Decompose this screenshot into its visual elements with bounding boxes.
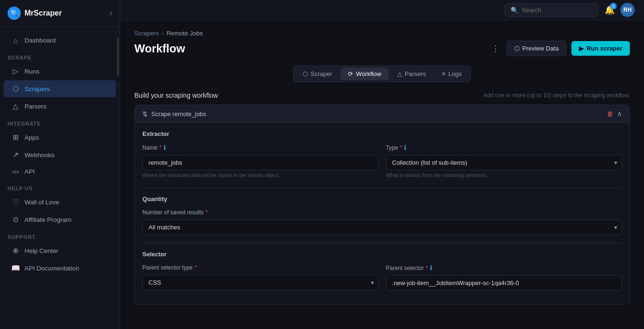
selector-section: Selector Parent selector type * CSSXPath… <box>142 251 622 291</box>
breadcrumb: Scrapers › Remote Jobs <box>134 30 630 37</box>
build-workflow-label: Build your scraping workflow <box>134 92 218 99</box>
notification-button[interactable]: 🔔 0 <box>604 5 615 15</box>
sidebar-item-parsers[interactable]: △ Parsers <box>4 98 116 115</box>
page-title: Workflow <box>134 42 185 55</box>
search-box[interactable]: 🔍 <box>504 3 599 17</box>
quantity-select[interactable]: All matchesFirst matchLast matchCustom <box>142 219 622 235</box>
sidebar-item-affiliate[interactable]: ⊙ Affiliate Program <box>4 211 116 228</box>
notification-badge: 0 <box>610 3 617 9</box>
sidebar-item-help-center[interactable]: ⊕ Help Center <box>4 242 116 259</box>
type-field-group: Type * ℹ Collection (list of sub-items)T… <box>386 144 622 178</box>
sidebar-item-label: Dashboard <box>25 37 56 44</box>
header-actions: ⋮ ⬡ Preview Data ▶ Run scraper <box>489 41 630 56</box>
user-avatar-button[interactable]: RH <box>620 3 635 17</box>
more-options-button[interactable]: ⋮ <box>489 42 502 56</box>
apps-icon: ⊞ <box>11 133 20 142</box>
heart-icon: ♡ <box>11 198 20 206</box>
tabs-bar: ⬡ Scraper ⟳ Workflow △ Parsers ≡ Logs <box>134 66 630 82</box>
selector-title: Selector <box>142 251 622 258</box>
sidebar-item-wall-of-love[interactable]: ♡ Wall of Love <box>4 194 116 211</box>
scrape-title-text: Scrape remote_jobs <box>151 110 206 118</box>
search-input[interactable] <box>522 7 593 14</box>
sidebar-item-api-docs[interactable]: 📖 API Documentation <box>4 260 116 277</box>
parent-type-select[interactable]: CSSXPath <box>142 275 379 290</box>
sidebar-item-runs[interactable]: ▷ Runs <box>4 63 116 80</box>
search-icon: 🔍 <box>511 7 518 14</box>
sidebar-item-api[interactable]: </> API <box>4 164 116 179</box>
sidebar-item-label: API <box>25 168 35 175</box>
sidebar-item-label: Webhooks <box>25 152 55 159</box>
sidebar-item-dashboard[interactable]: ⌂ Dashboard <box>4 32 116 49</box>
name-info-icon[interactable]: ℹ <box>164 144 166 151</box>
parent-selector-required: * <box>426 265 428 271</box>
extractor-section: Extractor Name * ℹ Where the extracted d… <box>142 130 622 178</box>
sidebar-item-label: Wall of Love <box>25 199 59 206</box>
tabs-container: ⬡ Scraper ⟳ Workflow △ Parsers ≡ Logs <box>293 66 471 82</box>
parsers-tab-icon: △ <box>397 70 402 77</box>
quantity-select-wrapper: All matchesFirst matchLast matchCustom ▾ <box>142 219 622 235</box>
tab-workflow-label: Workflow <box>356 70 381 77</box>
affiliate-icon: ⊙ <box>11 215 20 224</box>
sort-icon: ⇅ <box>142 110 148 118</box>
name-field-group: Name * ℹ Where the extracted data will b… <box>142 144 379 178</box>
sidebar-item-label: Parsers <box>25 103 47 110</box>
sidebar-collapse-button[interactable]: ‹ <box>110 9 112 17</box>
type-select-wrapper: Collection (list of sub-items)TextHTMLAt… <box>386 155 622 170</box>
name-input[interactable] <box>142 155 379 170</box>
type-info-icon[interactable]: ℹ <box>404 144 406 151</box>
sidebar-item-label: Scrapers <box>25 85 50 93</box>
scrollbar-thumb <box>117 38 119 76</box>
sidebar-item-apps[interactable]: ⊞ Apps <box>4 129 116 146</box>
workflow-section: Build your scraping workflow Add one or … <box>134 92 630 304</box>
extractor-row: Name * ℹ Where the extracted data will b… <box>142 144 622 178</box>
tab-workflow[interactable]: ⟳ Workflow <box>340 67 388 80</box>
sidebar-item-scrapers[interactable]: ⬡ Scrapers <box>4 80 116 97</box>
delete-scrape-button[interactable]: 🗑 <box>607 110 613 118</box>
parent-selector-input[interactable] <box>386 275 622 291</box>
sidebar: 🔍 MrScraper ‹ ⌂ Dashboard Scrape ▷ Runs … <box>0 0 120 329</box>
tab-logs[interactable]: ≡ Logs <box>434 67 469 80</box>
sidebar-item-label: Runs <box>25 68 40 75</box>
type-hint: What to extract from the matching select… <box>386 172 622 178</box>
help-icon: ⊕ <box>11 246 20 255</box>
quantity-label: Number of saved results * <box>142 209 622 216</box>
selector-row: Parent selector type * CSSXPath ▾ <box>142 264 622 291</box>
scrape-card: ⇅ Scrape remote_jobs 🗑 ∧ Extractor <box>134 105 630 304</box>
run-icon: ▶ <box>579 45 584 52</box>
tab-parsers[interactable]: △ Parsers <box>390 67 434 80</box>
main-area: 🔍 🔔 0 RH Scrapers › Remote Jobs Workflow… <box>120 0 644 329</box>
parent-type-label: Parent selector type * <box>142 264 379 271</box>
sidebar-item-label: Help Center <box>25 247 58 254</box>
name-hint: Where the extracted data will be stored … <box>142 172 379 178</box>
breadcrumb-parent[interactable]: Scrapers <box>134 30 159 37</box>
quantity-required: * <box>206 209 208 216</box>
run-scraper-button[interactable]: ▶ Run scraper <box>571 41 630 56</box>
breadcrumb-separator: › <box>162 30 164 37</box>
parent-selector-info-icon[interactable]: ℹ <box>430 264 432 271</box>
tab-scraper[interactable]: ⬡ Scraper <box>295 67 340 80</box>
tab-parsers-label: Parsers <box>405 70 426 77</box>
runs-icon: ▷ <box>11 67 20 76</box>
sidebar-item-label: API Documentation <box>25 265 79 272</box>
preview-data-button[interactable]: ⬡ Preview Data <box>506 41 567 56</box>
sidebar-nav: ⌂ Dashboard Scrape ▷ Runs ⬡ Scrapers △ P… <box>0 27 120 329</box>
quantity-field-group: Number of saved results * All matchesFir… <box>142 209 622 235</box>
scrollbar-track[interactable] <box>117 28 119 329</box>
tab-logs-label: Logs <box>448 70 462 77</box>
section-integrate-label: Integrate <box>0 115 120 128</box>
parsers-icon: △ <box>11 102 20 110</box>
docs-icon: 📖 <box>11 264 20 272</box>
scrape-card-header: ⇅ Scrape remote_jobs 🗑 ∧ <box>135 105 629 123</box>
logo-area: 🔍 MrScraper <box>8 7 62 20</box>
type-select[interactable]: Collection (list of sub-items)TextHTMLAt… <box>386 155 622 170</box>
logs-tab-icon: ≡ <box>442 70 446 77</box>
sidebar-item-webhooks[interactable]: ↗ Webhooks <box>4 146 116 163</box>
webhooks-icon: ↗ <box>11 151 20 159</box>
collapse-scrape-button[interactable]: ∧ <box>617 110 622 118</box>
parent-selector-field-group: Parent selector * ℹ <box>386 264 622 291</box>
workflow-hint: Add one or more (up to 10) steps to the … <box>483 92 630 99</box>
quantity-title: Quantity <box>142 195 622 202</box>
dashboard-icon: ⌂ <box>11 36 20 44</box>
page-header: Workflow ⋮ ⬡ Preview Data ▶ Run scraper <box>134 41 630 56</box>
app-name: MrScraper <box>25 9 62 17</box>
